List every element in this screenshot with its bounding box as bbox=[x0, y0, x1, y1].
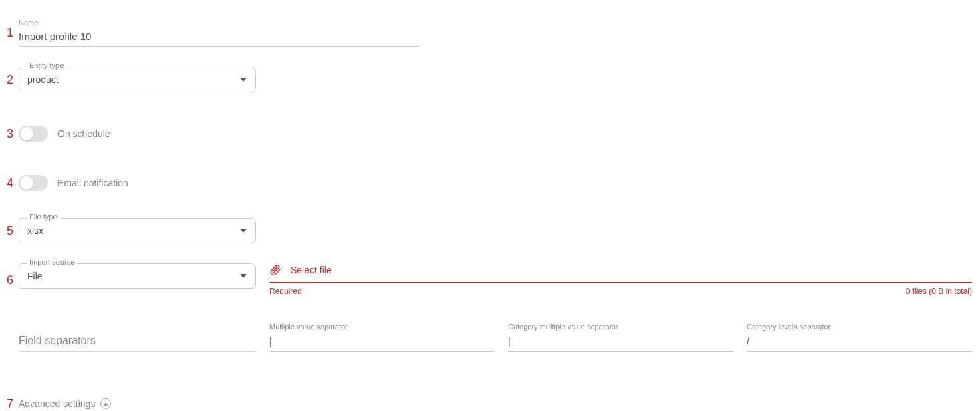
entity-type-label: Entity type bbox=[27, 61, 66, 70]
step-marker-4: 4 bbox=[7, 176, 13, 190]
file-type-value: xlsx bbox=[27, 225, 43, 236]
file-status-text: 0 files (0 B in total) bbox=[906, 287, 972, 296]
email-notification-toggle[interactable] bbox=[19, 175, 48, 191]
entity-type-select[interactable]: product bbox=[19, 67, 256, 92]
advanced-settings-label: Advanced settings bbox=[19, 398, 95, 409]
advanced-settings-toggle[interactable]: 7 Advanced settings bbox=[19, 398, 972, 409]
file-type-select[interactable]: xlsx bbox=[19, 218, 256, 243]
dropdown-caret-icon bbox=[240, 229, 247, 233]
step-marker-2: 2 bbox=[7, 73, 13, 87]
import-source-label: Import source bbox=[27, 258, 77, 266]
step-marker-3: 3 bbox=[7, 127, 13, 141]
select-file-placeholder: Select file bbox=[291, 265, 332, 275]
step-marker-6: 6 bbox=[7, 273, 13, 287]
toggle-knob bbox=[20, 127, 33, 140]
chevron-up-icon bbox=[100, 398, 111, 409]
step-marker-7: 7 bbox=[7, 397, 13, 411]
multiple-separator-input[interactable] bbox=[269, 332, 495, 352]
entity-type-value: product bbox=[27, 74, 59, 85]
step-marker-1: 1 bbox=[7, 26, 13, 40]
category-levels-separator-label: Category levels separator bbox=[747, 323, 972, 331]
step-marker-5: 5 bbox=[7, 224, 13, 238]
field-separators-title: Field separators bbox=[19, 331, 256, 352]
on-schedule-toggle[interactable] bbox=[19, 126, 48, 142]
dropdown-caret-icon bbox=[240, 274, 247, 278]
email-notification-label: Email notification bbox=[57, 178, 128, 188]
category-multiple-separator-label: Category multiple value separator bbox=[508, 323, 733, 331]
multiple-separator-label: Multiple value separator bbox=[269, 323, 495, 331]
name-input[interactable] bbox=[19, 28, 420, 47]
import-source-value: File bbox=[27, 271, 43, 281]
toggle-knob bbox=[20, 176, 33, 190]
import-source-select[interactable]: File bbox=[19, 263, 256, 289]
on-schedule-label: On schedule bbox=[57, 128, 110, 139]
file-required-text: Required bbox=[269, 287, 302, 296]
file-type-label: File type bbox=[27, 213, 60, 221]
dropdown-caret-icon bbox=[240, 78, 247, 82]
category-multiple-separator-input[interactable] bbox=[508, 332, 733, 352]
attachment-icon bbox=[269, 263, 281, 277]
name-label: Name bbox=[19, 19, 420, 27]
select-file-button[interactable]: Select file bbox=[269, 263, 972, 283]
category-levels-separator-input[interactable] bbox=[747, 332, 972, 352]
